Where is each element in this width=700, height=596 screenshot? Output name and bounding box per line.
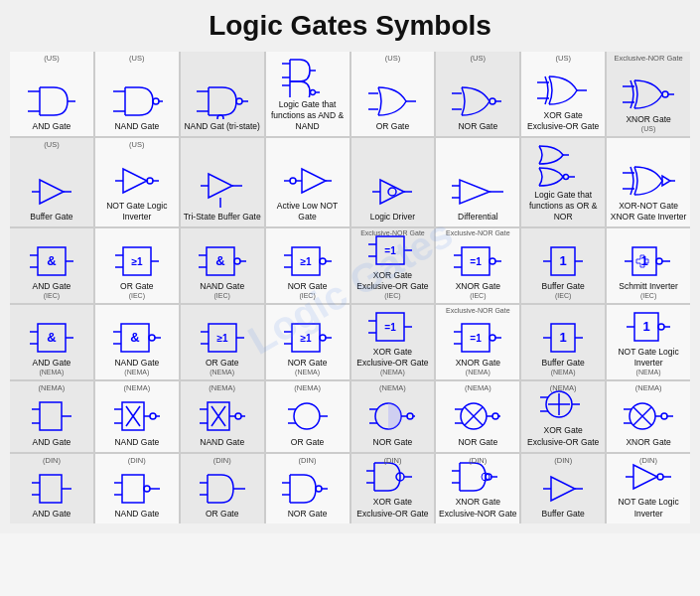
xnor-gate-us: Exclusive-NOR Gate XNOR Gate (US): [607, 52, 690, 136]
nema-or-gate: (NEMA) OR Gate: [266, 381, 350, 451]
iec-nand-gate: & NAND Gate (IEC): [181, 228, 264, 303]
nema-xnor-gate: (NEMA) XNOR Gate: [607, 381, 690, 451]
svg-point-11: [153, 98, 159, 104]
svg-point-94: [234, 258, 240, 264]
not-gate: (US) NOT Gate Logic Inverter: [95, 138, 179, 226]
svg-point-120: [656, 258, 662, 264]
svg-marker-50: [40, 180, 64, 204]
din-xnor-gate: (DIN) XNOR Gate Exclusive-NOR Gate: [436, 454, 519, 523]
iec-xnor-gate: Exclusive-NOR Gate =1 XNOR Gate (IEC): [436, 228, 519, 303]
differential: Differential: [436, 138, 519, 226]
svg-point-131: [149, 335, 155, 341]
logic-driver: Logic Driver: [351, 138, 435, 226]
symbol-grid: (US) AND Gate (US): [10, 52, 690, 523]
xor-not-gate: XOR-NOT Gate XNOR Gate Inverter: [607, 138, 690, 226]
svg-marker-78: [662, 176, 670, 186]
din-buffer-gate: (DIN) Buffer Gate: [521, 454, 605, 523]
din-and-gate: (DIN) AND Gate: [10, 454, 93, 523]
svg-point-200: [492, 413, 498, 419]
page-title: Logic Gates Symbols: [10, 10, 690, 42]
svg-text:=1: =1: [471, 333, 483, 344]
din-xor-gate: (DIN) XOR Gate Exclusive-OR Gate: [351, 454, 435, 523]
svg-marker-71: [460, 180, 490, 204]
svg-point-142: [320, 335, 326, 341]
svg-point-74: [564, 175, 569, 180]
iec2-not-gate: 1 NOT Gate Logic Inverter (NEMA): [607, 305, 690, 379]
svg-point-67: [388, 188, 396, 196]
svg-text:≥1: ≥1: [300, 256, 311, 267]
svg-text:≥1: ≥1: [300, 333, 311, 344]
and-gate-us: (US) AND Gate: [10, 52, 93, 136]
xor-gate-us: (US) XOR Gate Exclusive-OR Gate: [521, 52, 605, 136]
schmitt-inverter: 1 Schmitt Inverter (IEC): [607, 228, 690, 303]
svg-point-20: [217, 115, 223, 119]
nand-gate-us: (US) NAND Gate: [95, 52, 179, 136]
buffer-gate: (US) Buffer Gate: [10, 138, 93, 226]
svg-point-40: [490, 98, 495, 104]
iec2-nand-gate: & NAND Gate (NEMA): [95, 305, 179, 379]
svg-text:&: &: [47, 330, 56, 345]
iec-xor-gate: Exclusive-NOR Gate =1 XOR Gate Exclusive…: [351, 228, 435, 303]
svg-text:≥1: ≥1: [216, 333, 227, 344]
svg-point-174: [150, 413, 156, 419]
svg-marker-66: [380, 180, 404, 204]
svg-point-153: [490, 335, 495, 341]
iec-buffer-gate: 1 Buffer Gate (IEC): [521, 228, 605, 303]
svg-point-100: [320, 258, 326, 264]
iec-nor-gate: ≥1 NOR Gate (IEC): [266, 228, 350, 303]
svg-point-223: [144, 486, 150, 492]
nema-nand-gate: (NEMA) NAND Gate: [95, 381, 179, 451]
svg-marker-63: [302, 169, 326, 193]
svg-marker-53: [123, 169, 147, 193]
iec-and-gate: & AND Gate (IEC): [10, 228, 93, 303]
svg-text:1: 1: [642, 319, 649, 334]
svg-marker-218: [40, 475, 62, 503]
svg-text:1: 1: [560, 330, 567, 345]
logic-gate-or-nor: Logic Gate that functions as OR & NOR: [521, 138, 605, 226]
iec2-buffer-gate: 1 Buffer Gate (NEMA): [521, 305, 605, 379]
nor-gate-us: (US) NOR Gate: [436, 52, 519, 136]
svg-text:=1: =1: [471, 256, 483, 267]
svg-point-182: [235, 413, 241, 419]
svg-text:1: 1: [560, 253, 567, 268]
nand-gate-tri: NAND Gat (tri-state): [181, 52, 264, 136]
din-or-gate: (DIN) OR Gate: [181, 454, 264, 523]
iec2-xnor-gate: Exclusive-NOR Gate =1 XNOR Gate (NEMA): [436, 305, 519, 379]
svg-point-186: [294, 403, 320, 429]
svg-text:=1: =1: [385, 322, 397, 333]
svg-rect-166: [40, 402, 62, 430]
tri-state-buffer: Tri-State Buffer Gate: [181, 138, 264, 226]
nema-nor-gate: (NEMA) NOR Gate: [351, 381, 435, 451]
svg-point-162: [658, 324, 664, 330]
din-not-gate: (DIN) NOT Gate Logic Inverter: [607, 454, 690, 523]
svg-text:≥1: ≥1: [131, 256, 142, 267]
svg-marker-257: [633, 465, 657, 489]
svg-text:&: &: [130, 330, 139, 345]
or-gate-us: (US) OR Gate: [351, 52, 435, 136]
svg-marker-222: [122, 475, 144, 503]
svg-point-192: [407, 413, 413, 419]
page: Logic Gates Symbols Logic Gates (US) AND…: [0, 0, 700, 533]
iec2-or-gate: ≥1 OR Gate (NEMA): [181, 305, 264, 379]
din-nand-gate: (DIN) NAND Gate: [95, 454, 179, 523]
logic-gate-and-nand: Logic Gate that functions as AND & NAND: [266, 52, 350, 136]
nema-nand-gate2: (NEMA) NAND Gate: [181, 381, 264, 451]
svg-point-61: [290, 178, 296, 184]
svg-text:=1: =1: [385, 245, 397, 256]
svg-point-18: [236, 98, 242, 104]
svg-text:&: &: [215, 253, 224, 268]
nema-nor-gate2: (NEMA) NOR Gate: [436, 381, 519, 451]
svg-point-111: [490, 258, 495, 264]
svg-point-47: [662, 91, 668, 97]
svg-marker-254: [551, 477, 575, 501]
iec2-xor-gate: =1 XOR Gate Exclusive-OR Gate (NEMA): [351, 305, 435, 379]
iec2-nor-gate: ≥1 NOR Gate (NEMA): [266, 305, 350, 379]
din-nor-gate: (DIN) NOR Gate: [266, 454, 350, 523]
nema-and-gate: (NEMA) AND Gate: [10, 381, 93, 451]
svg-point-33: [310, 90, 315, 95]
svg-point-214: [661, 413, 667, 419]
active-low-not: Active Low NOT Gate: [266, 138, 350, 226]
iec2-and-gate: & AND Gate (NEMA): [10, 305, 93, 379]
iec-or-gate: ≥1 OR Gate (IEC): [95, 228, 179, 303]
svg-text:&: &: [47, 253, 56, 268]
